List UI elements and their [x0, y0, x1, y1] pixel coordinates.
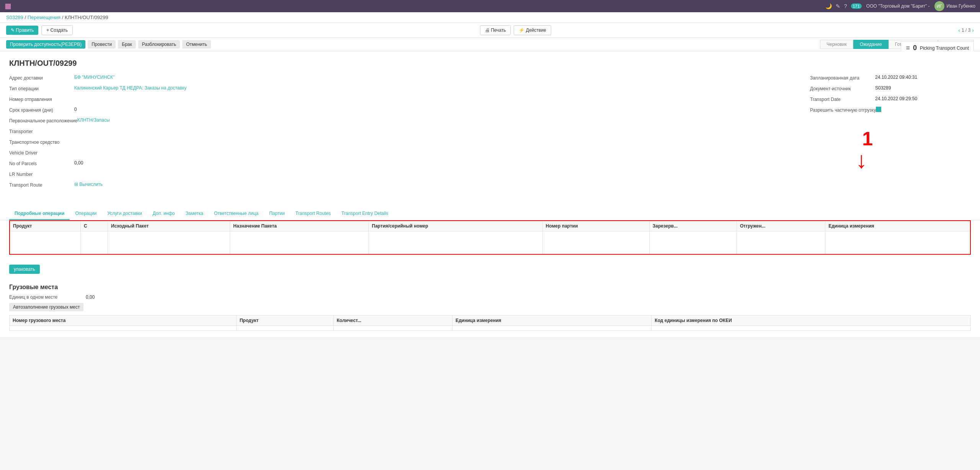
cargo-col-product: Продукт [236, 315, 333, 325]
action-button[interactable]: ⚡ Действие [514, 25, 551, 35]
cargo-title: Грузовые места [9, 284, 971, 291]
tab-ops[interactable]: Операции [70, 208, 102, 220]
field-transporter-label: Transporter [9, 128, 74, 134]
field-transport-date-value: 24.10.2022 09:29:50 [875, 96, 917, 101]
field-storage-label: Срок хранения (дни) [9, 107, 74, 113]
user-menu[interactable]: ИГ Иван Губенко [934, 1, 975, 11]
partial-delivery-checkbox[interactable] [876, 107, 881, 112]
field-transport-route-value[interactable]: ⊞ Вычислить [74, 182, 103, 187]
field-address-label: Адрес доставки [9, 75, 74, 81]
field-parcels: No of Parcels 0,00 [9, 160, 787, 169]
field-parcels-value: 0,00 [74, 160, 83, 166]
cargo-col-number: Номер грузового места [10, 315, 237, 325]
user-name: Иван Губенко [947, 3, 975, 9]
defect-button[interactable]: Брак [118, 40, 136, 49]
field-source-doc: Документ-источник S03289 [810, 85, 971, 94]
tab-parties[interactable]: Партии [264, 208, 290, 220]
breadcrumb-s03289[interactable]: S03289 [6, 15, 23, 20]
transport-label: Picking Transport Count [920, 46, 969, 51]
field-transport-route-label: Transport Route [9, 182, 74, 188]
field-number: Номер отправления [9, 96, 787, 104]
main-content: КЛНТН/OUT/09299 Адрес доставки БФ "МИНУС… [0, 51, 980, 208]
field-operation-type: Тип операции Калининский Карьер ТД НЕДРА… [9, 85, 787, 94]
check-availability-button[interactable]: Проверить доступность(РЕЗЕРВ) [6, 40, 85, 49]
topbar: ▦ 🌙 ✎ ? 171 ООО "Торговый дом "Барит" - … [0, 0, 980, 12]
field-transport-date: Transport Date 24.10.2022 09:29:50 [810, 96, 971, 104]
table-section: Продукт С Исходный Пакет Назначение Паке… [0, 220, 980, 261]
action-bar: ✎ Править + Создать 🖨 Печать ⚡ Действие … [0, 23, 980, 38]
user-avatar: ИГ [934, 1, 944, 11]
transport-count: 0 [913, 44, 917, 52]
breadcrumb-peremeshenia[interactable]: Перемещения [28, 15, 60, 20]
field-storage: Срок хранения (дни) 0 [9, 107, 787, 115]
tab-transport-routes[interactable]: Transport Routes [290, 208, 336, 220]
field-planned-date: Запланированная дата 24.10.2022 09:40:31 [810, 75, 971, 83]
edit-icon[interactable]: ✎ [836, 3, 840, 9]
cancel-button[interactable]: Отменить [182, 40, 211, 49]
page-info: 1 / 3 [962, 28, 970, 33]
topbar-icons: 🌙 ✎ ? 171 [825, 3, 862, 9]
field-source-doc-label: Документ-источник [810, 85, 875, 91]
cargo-col-okei: Код единицы измерения по ОКЕИ [652, 315, 971, 325]
cargo-units-value: 0,00 [86, 294, 124, 300]
col-reserved: Зарезерв... [649, 221, 737, 231]
document-title: КЛНТН/OUT/09299 [9, 59, 971, 68]
moon-icon[interactable]: 🌙 [825, 3, 832, 9]
print-button[interactable]: 🖨 Печать [480, 25, 511, 35]
field-number-label: Номер отправления [9, 96, 74, 102]
pack-button[interactable]: упаковать [9, 265, 40, 274]
col-from: С [80, 221, 108, 231]
field-driver-label: Vehicle Driver [9, 150, 74, 156]
tab-detailed-ops[interactable]: Подробные операции [9, 208, 70, 220]
col-lot: Партия/серийный номер [369, 221, 542, 231]
field-planned-date-value: 24.10.2022 09:40:31 [875, 75, 917, 80]
field-address-value[interactable]: БФ "МИНУСИНСК" [74, 75, 114, 80]
col-shipped: Отгружен... [737, 221, 825, 231]
notification-badge[interactable]: 171 [851, 3, 862, 9]
tab-note[interactable]: Заметка [180, 208, 209, 220]
field-transporter: Transporter [9, 128, 787, 137]
field-transport-date-label: Transport Date [810, 96, 875, 102]
col-dest-pack: Назначение Пакета [230, 221, 369, 231]
tab-delivery-services[interactable]: Услуги доставки [102, 208, 147, 220]
create-button[interactable]: + Создать [41, 25, 73, 35]
cargo-empty-row [10, 325, 971, 330]
field-vehicle: Транспортное средство [9, 139, 787, 147]
step-waiting[interactable]: Ожидание [853, 40, 889, 49]
form-left: Адрес доставки БФ "МИНУСИНСК" Тип операц… [9, 75, 787, 192]
unlock-button[interactable]: Разблокировать [138, 40, 180, 49]
cargo-section: Грузовые места Единиц в одном месте 0,00… [0, 278, 980, 337]
field-lr-number: LR Number [9, 171, 787, 179]
field-initial-location: Первоначальное расположение КЛНТН/Запасы [9, 117, 787, 126]
field-initial-location-label: Первоначальное расположение [9, 117, 77, 124]
step-draft[interactable]: Черновик [820, 40, 853, 49]
app-logo: ▦ [5, 2, 11, 10]
cargo-col-qty: Количест... [333, 315, 452, 325]
form-right: Запланированная дата 24.10.2022 09:40:31… [810, 75, 971, 192]
cargo-units-label: Единиц в одном месте [9, 294, 86, 300]
table-empty-row [10, 231, 970, 254]
field-planned-date-label: Запланированная дата [810, 75, 875, 81]
prev-page[interactable]: ‹ [958, 27, 960, 33]
post-button[interactable]: Провести [88, 40, 116, 49]
tab-extra-info[interactable]: Доп. инфо [147, 208, 180, 220]
tab-responsible[interactable]: Ответственные лица [209, 208, 264, 220]
field-address: Адрес доставки БФ "МИНУСИНСК" [9, 75, 787, 83]
field-source-doc-value: S03289 [875, 85, 891, 91]
pagination: ‹ 1 / 3 › [958, 27, 974, 33]
transport-widget-icon: ≡ [906, 44, 910, 52]
next-page[interactable]: › [972, 27, 974, 33]
breadcrumb-current: КЛНТН/OUT/09299 [65, 15, 108, 20]
field-initial-location-value[interactable]: КЛНТН/Запасы [77, 117, 110, 123]
cargo-auto-btn-row: Автозаполнение грузовых мест [9, 303, 971, 311]
field-lr-number-label: LR Number [9, 171, 74, 177]
tabs-bar: Подробные операции Операции Услуги доста… [0, 208, 980, 220]
company-name: ООО "Торговый дом "Барит" - [866, 3, 930, 9]
edit-button[interactable]: ✎ Править [6, 26, 38, 35]
auto-fill-button[interactable]: Автозаполнение грузовых мест [9, 303, 83, 311]
field-operation-type-label: Тип операции [9, 85, 74, 91]
tab-transport-entry[interactable]: Transport Entry Details [336, 208, 394, 220]
help-icon[interactable]: ? [844, 3, 847, 9]
cargo-units-row: Единиц в одном месте 0,00 [9, 294, 971, 300]
field-operation-type-value[interactable]: Калининский Карьер ТД НЕДРА: Заказы на д… [74, 85, 186, 91]
